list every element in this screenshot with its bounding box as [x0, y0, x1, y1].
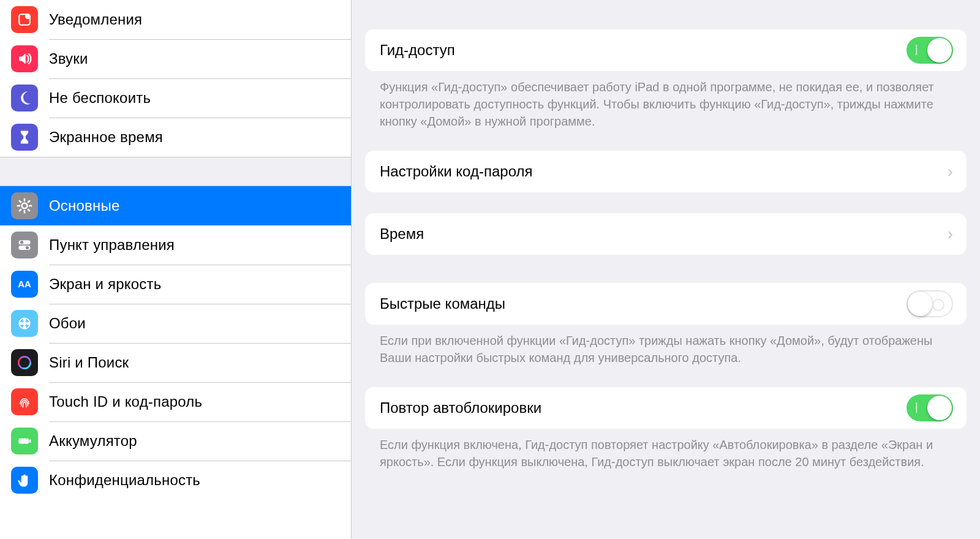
sidebar-item-label: Не беспокоить	[49, 89, 151, 107]
cell-title: Быстрые команды	[380, 295, 907, 312]
guided-access-toggle[interactable]	[907, 37, 953, 64]
sidebar-item-sounds[interactable]: Звуки	[0, 39, 351, 78]
svg-line-10	[28, 200, 30, 203]
cell-mirror-autolock: Повтор автоблокировки	[365, 387, 967, 429]
sidebar-item-screentime[interactable]: Экранное время	[0, 118, 351, 157]
mirror-autolock-note: Если функция включена, Гид-доступ повтор…	[365, 429, 967, 491]
sidebar-item-general[interactable]: Основные	[0, 186, 351, 225]
hand-icon	[11, 467, 38, 494]
sidebar-item-label: Аккумулятор	[49, 432, 137, 450]
cell-title: Повтор автоблокировки	[380, 399, 907, 417]
sidebar-item-label: Пункт управления	[49, 236, 175, 254]
svg-point-13	[20, 241, 23, 244]
sidebar-item-label: Экран и яркость	[49, 276, 161, 293]
detail-pane: Гид-доступ Функция «Гид-доступ» обеспечи…	[352, 0, 980, 539]
sidebar-item-notifications[interactable]: Уведомления	[0, 0, 351, 39]
mirror-autolock-toggle[interactable]	[907, 394, 953, 421]
sidebar-group-1: Уведомления Звуки Не беспокоить Экранное…	[0, 0, 351, 157]
svg-point-1	[25, 13, 31, 19]
sidebar-item-label: Звуки	[49, 50, 88, 67]
svg-line-7	[19, 200, 21, 203]
cell-title: Гид-доступ	[380, 42, 907, 59]
svg-point-20	[23, 326, 26, 328]
chevron-right-icon: ›	[948, 163, 953, 180]
sidebar-item-label: Экранное время	[49, 129, 163, 146]
accessibility-shortcut-note: Если при включенной функции «Гид-доступ»…	[365, 325, 967, 387]
chevron-right-icon: ›	[948, 225, 953, 243]
accessibility-shortcut-toggle[interactable]	[907, 290, 953, 317]
svg-point-2	[22, 203, 28, 209]
svg-rect-25	[18, 439, 29, 444]
cell-title: Время	[380, 225, 948, 243]
svg-line-9	[19, 209, 21, 211]
gear-icon	[11, 192, 38, 219]
sidebar-spacer	[0, 157, 351, 186]
control-center-icon	[11, 232, 38, 258]
sidebar-item-touchid[interactable]: Touch ID и код-пароль	[0, 382, 351, 421]
guided-access-note: Функция «Гид-доступ» обеспечивает работу…	[365, 71, 967, 151]
svg-point-18	[23, 318, 26, 321]
svg-point-14	[26, 246, 29, 249]
cell-guided-access: Гид-доступ	[365, 29, 967, 71]
cell-title: Настройки код-пароля	[380, 163, 948, 180]
battery-icon	[11, 428, 38, 454]
sidebar-item-dnd[interactable]: Не беспокоить	[0, 78, 351, 118]
sidebar-group-2: Основные Пункт управления AA Экран и ярк…	[0, 186, 351, 500]
sidebar-item-display[interactable]: AA Экран и яркость	[0, 265, 351, 304]
sidebar-item-label: Конфиденциальность	[49, 472, 200, 489]
sidebar-item-label: Siri и Поиск	[49, 354, 129, 371]
cell-passcode-settings[interactable]: Настройки код-пароля ›	[365, 151, 967, 192]
sidebar-item-privacy[interactable]: Конфиденциальность	[0, 461, 351, 500]
sidebar-item-siri[interactable]: Siri и Поиск	[0, 343, 351, 382]
svg-point-21	[20, 322, 22, 325]
svg-point-17	[23, 322, 26, 325]
sidebar-item-label: Уведомления	[49, 11, 142, 28]
sidebar: Уведомления Звуки Не беспокоить Экранное…	[0, 0, 352, 539]
svg-line-8	[28, 209, 30, 211]
notifications-icon	[11, 6, 38, 33]
spacer-note	[365, 255, 967, 283]
sidebar-item-wallpaper[interactable]: Обои	[0, 304, 351, 343]
cell-accessibility-shortcut: Быстрые команды	[365, 283, 967, 325]
sidebar-item-control-center[interactable]: Пункт управления	[0, 225, 351, 265]
settings-app: Уведомления Звуки Не беспокоить Экранное…	[0, 0, 980, 539]
siri-icon	[11, 349, 38, 376]
sidebar-item-label: Обои	[49, 315, 86, 332]
sidebar-item-battery[interactable]: Аккумулятор	[0, 421, 351, 461]
spacer-note	[365, 192, 967, 213]
wallpaper-icon	[11, 310, 38, 337]
sounds-icon	[11, 45, 38, 72]
sidebar-item-label: Touch ID и код-пароль	[49, 393, 202, 410]
display-icon: AA	[11, 271, 38, 298]
hourglass-icon	[11, 124, 38, 151]
svg-rect-26	[29, 439, 31, 442]
sidebar-item-label: Основные	[49, 197, 119, 214]
moon-icon	[11, 85, 38, 111]
fingerprint-icon	[11, 388, 38, 415]
cell-time-limits[interactable]: Время ›	[365, 213, 967, 255]
svg-point-19	[27, 322, 29, 325]
svg-text:AA: AA	[18, 279, 31, 289]
